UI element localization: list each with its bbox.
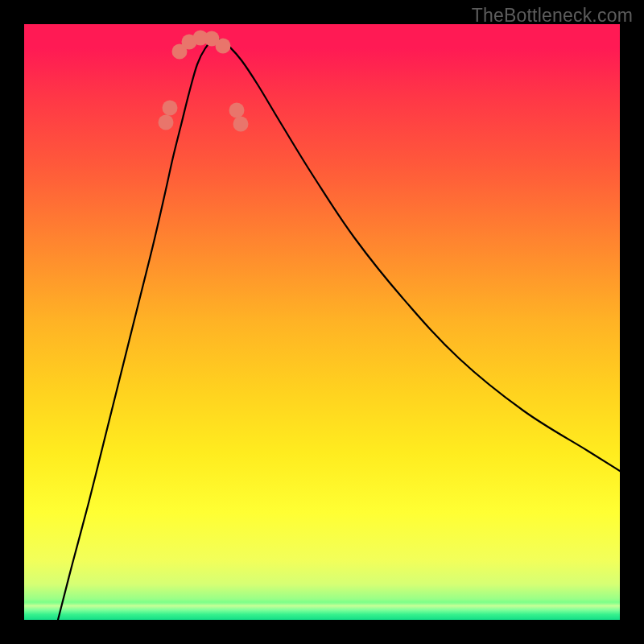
curve-markers bbox=[159, 31, 249, 132]
chart-svg bbox=[24, 24, 620, 620]
plot-area bbox=[24, 24, 620, 620]
curve-marker bbox=[163, 101, 178, 116]
curve-marker bbox=[216, 39, 231, 54]
curve-marker bbox=[233, 117, 249, 132]
curve-marker bbox=[229, 103, 245, 118]
curve-marker bbox=[159, 115, 174, 130]
chart-frame: TheBottleneck.com bbox=[0, 0, 644, 644]
watermark-text: TheBottleneck.com bbox=[472, 5, 633, 27]
bottleneck-curve bbox=[58, 39, 620, 620]
